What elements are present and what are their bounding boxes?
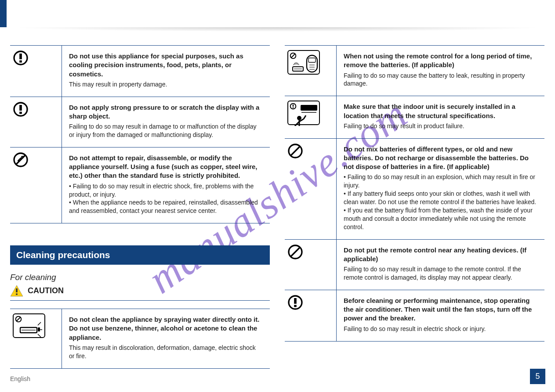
safety-sub: Failing to do so may result in damage to… (344, 265, 537, 282)
svg-line-13 (16, 317, 20, 321)
section-title-bar: Cleaning precautions (10, 245, 270, 265)
svg-rect-2 (19, 61, 22, 63)
prohibit-corner-icon (15, 316, 22, 323)
safety-sub: Failing to do so may cause the battery t… (344, 72, 537, 88)
safety-row: Do not attempt to repair, disassemble, o… (10, 147, 270, 223)
safety-row: When not using the remote control for a … (285, 45, 544, 96)
safety-row: Make sure that the indoor unit is secure… (285, 96, 544, 138)
warning-triangle-icon (10, 285, 23, 297)
svg-line-18 (291, 54, 295, 58)
safety-text: Do not put the remote control near any h… (337, 240, 544, 290)
safety-sub: • Failing to do so may result in an expl… (344, 173, 537, 231)
svg-rect-38 (294, 305, 297, 307)
right-column: When not using the remote control for a … (285, 45, 544, 342)
caution-header: CAUTION (10, 285, 270, 301)
cleaning-text: Do not clean the appliance by spraying w… (62, 309, 270, 368)
safety-row: Do not mix batteries of different types,… (285, 138, 544, 239)
safety-sub: • Failing to do so may result in electri… (69, 182, 263, 216)
svg-rect-16 (38, 327, 40, 331)
page-number: 5 (530, 369, 545, 384)
footer-language: English (10, 375, 30, 382)
prohibit-icon (287, 143, 303, 159)
icon-cell (285, 46, 337, 96)
no-disassemble-icon (13, 152, 29, 168)
svg-rect-5 (19, 111, 22, 114)
svg-rect-10 (16, 288, 18, 292)
exclamation-corner-icon (290, 103, 297, 110)
svg-rect-37 (294, 298, 297, 304)
svg-line-35 (290, 247, 300, 257)
safety-text: Before cleaning or performing maintenanc… (337, 290, 544, 341)
section-safety-rows: Do not use this appliance for special pu… (10, 45, 270, 223)
safety-lead: Do not attempt to repair, disassemble, o… (69, 154, 263, 180)
cleaning-sub: This may result in discoloration, deform… (69, 344, 263, 360)
safety-text: Do not mix batteries of different types,… (337, 139, 544, 239)
safety-lead: Do not use this appliance for special pu… (69, 52, 263, 79)
icon-cell (10, 97, 62, 147)
safety-lead: When not using the remote control for a … (344, 52, 537, 70)
caution-label: CAUTION (28, 286, 64, 295)
cleaning-row: Do not clean the appliance by spraying w… (10, 309, 270, 369)
safety-lead: Make sure that the indoor unit is secure… (344, 102, 537, 120)
safety-lead: Do not apply strong pressure to or scrat… (69, 103, 263, 121)
safety-text: Make sure that the indoor unit is secure… (337, 96, 544, 138)
exclamation-in-circle-icon (287, 295, 303, 310)
exclamation-in-circle-icon (13, 101, 29, 117)
safety-row: Do not put the remote control near any h… (285, 239, 544, 290)
safety-text: Do not use this appliance for special pu… (62, 46, 270, 97)
exclamation-in-circle-icon (13, 50, 29, 66)
svg-rect-11 (16, 294, 18, 295)
header-shadow (11, 27, 544, 32)
svg-rect-28 (293, 107, 294, 108)
icon-cell (10, 46, 62, 97)
svg-line-33 (290, 146, 300, 156)
svg-rect-1 (19, 54, 22, 59)
icon-cell (285, 139, 337, 239)
icon-cell (285, 290, 337, 341)
safety-text: When not using the remote control for a … (337, 46, 544, 96)
safety-sub: Failing to do so may result in damage to… (69, 122, 263, 139)
safety-text: Do not attempt to repair, disassemble, o… (62, 147, 270, 223)
safety-lead: Do not mix batteries of different types,… (344, 145, 537, 172)
safety-sub: Failing to do so may result in electric … (344, 325, 537, 333)
safety-row: Do not use this appliance for special pu… (10, 45, 270, 97)
prohibit-icon (287, 244, 303, 260)
cleaning-rows: Do not clean the appliance by spraying w… (10, 309, 270, 369)
safety-row: Before cleaning or performing maintenanc… (285, 290, 544, 342)
safety-text: Do not apply strong pressure to or scrat… (62, 97, 270, 147)
safety-lead: Do not put the remote control near any h… (344, 246, 537, 264)
page-marker (0, 0, 7, 27)
section-subtitle: For cleaning (10, 273, 270, 282)
svg-rect-22 (308, 58, 316, 62)
safety-lead: Before cleaning or performing maintenanc… (344, 296, 537, 323)
cleaning-lead: Do not clean the appliance by spraying w… (69, 315, 263, 342)
icon-cell (10, 147, 62, 223)
left-column: Do not use this appliance for special pu… (10, 45, 270, 369)
safety-row: Do not apply strong pressure to or scrat… (10, 97, 270, 147)
icon-cell (285, 240, 337, 290)
svg-rect-29 (301, 105, 317, 111)
prohibit-corner-icon (290, 52, 297, 59)
svg-rect-4 (19, 105, 22, 111)
safety-sub: This may result in property damage. (69, 80, 263, 89)
icon-cell (285, 96, 337, 138)
icon-cell (10, 309, 62, 368)
svg-rect-27 (293, 104, 294, 107)
svg-point-31 (297, 116, 301, 120)
safety-sub: Failing to do so may result in product f… (344, 122, 537, 130)
